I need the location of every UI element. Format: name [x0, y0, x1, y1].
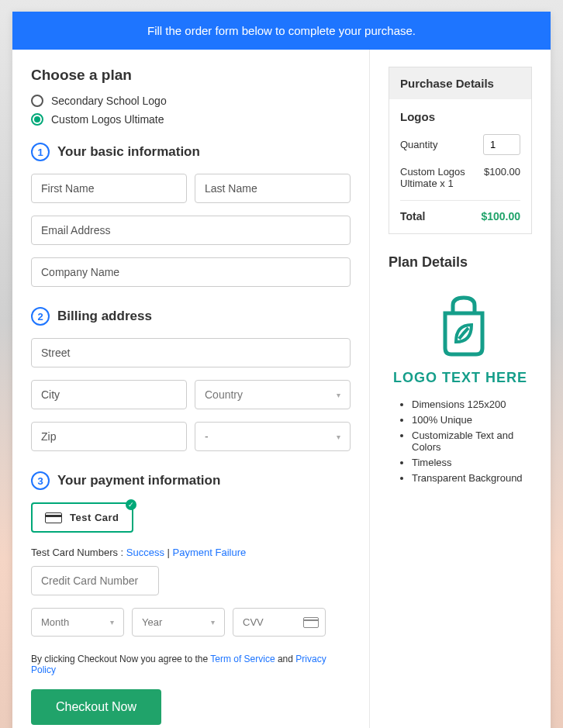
last-name-input[interactable] [195, 174, 351, 203]
chevron-down-icon: ▾ [211, 618, 215, 626]
payment-method-card[interactable]: ✓ Test Card [31, 502, 133, 533]
purchase-details-body: Logos Quantity Custom Logos Ultimate x 1… [389, 99, 531, 233]
terms-and: and [275, 654, 296, 664]
line-item: Custom Logos Ultimate x 1 $100.00 [400, 166, 520, 201]
step-number-icon: 1 [31, 143, 50, 161]
content-row: Choose a plan Secondary School Logo Cust… [12, 50, 551, 728]
quantity-label: Quantity [400, 139, 437, 150]
test-prefix: Test Card Numbers : [31, 547, 126, 558]
form-column: Choose a plan Secondary School Logo Cust… [12, 50, 370, 728]
street-input[interactable] [31, 338, 351, 367]
tos-link[interactable]: Term of Service [210, 654, 275, 664]
purchase-details-box: Purchase Details Logos Quantity Custom L… [389, 67, 532, 234]
chevron-down-icon: ▾ [337, 391, 340, 399]
feature-item: Customizable Text and Colors [412, 430, 532, 453]
logo-text: LOGO TEXT HERE [389, 370, 532, 386]
state-select[interactable]: - ▾ [195, 422, 351, 451]
cvv-field [233, 608, 326, 637]
total-row: Total $100.00 [400, 210, 520, 223]
step-3-title: Your payment information [57, 473, 220, 488]
company-input[interactable] [31, 257, 351, 287]
bag-leaf-icon [422, 286, 499, 364]
feature-item: Transparent Background [412, 472, 532, 484]
card-label: Test Card [70, 512, 119, 523]
country-label: Country [205, 388, 243, 401]
line-item-name: Custom Logos Ultimate x 1 [400, 166, 484, 189]
step-2-head: 2 Billing address [31, 307, 351, 326]
year-label: Year [142, 616, 162, 628]
step-2-title: Billing address [57, 309, 152, 324]
cvv-input[interactable] [233, 609, 288, 636]
sep: | [164, 547, 173, 558]
step-3-head: 3 Your payment information [31, 471, 351, 490]
failure-link[interactable]: Payment Failure [173, 547, 247, 558]
chevron-down-icon: ▾ [110, 618, 114, 626]
total-label: Total [400, 210, 425, 223]
plan-option-label: Custom Logos Ultimate [51, 113, 164, 126]
logo-preview: LOGO TEXT HERE [389, 286, 532, 386]
check-badge-icon: ✓ [126, 499, 136, 510]
chevron-down-icon: ▾ [337, 433, 340, 441]
step-number-icon: 3 [31, 471, 50, 490]
step-1-head: 1 Your basic information [31, 143, 351, 161]
radio-icon [31, 95, 43, 107]
feature-item: 100% Unique [412, 414, 532, 426]
zip-input[interactable] [31, 422, 187, 451]
cvv-card-icon [303, 617, 319, 628]
credit-card-input[interactable] [31, 566, 159, 595]
test-card-line: Test Card Numbers : Success | Payment Fa… [31, 547, 351, 558]
quantity-row: Quantity [400, 134, 520, 155]
expiry-year-select[interactable]: Year ▾ [132, 608, 225, 637]
city-input[interactable] [31, 380, 187, 409]
checkout-container: Fill the order form below to complete yo… [12, 12, 551, 728]
purchase-title: Logos [400, 110, 520, 123]
terms-prefix: By clicking Checkout Now you agree to th… [31, 654, 210, 664]
credit-card-icon [45, 512, 62, 523]
plan-details-title: Plan Details [389, 254, 532, 271]
purchase-details-head: Purchase Details [389, 67, 531, 99]
plan-radio-group: Secondary School Logo Custom Logos Ultim… [31, 95, 351, 126]
line-item-price: $100.00 [484, 166, 520, 189]
step-1-title: Your basic information [57, 144, 200, 160]
first-name-input[interactable] [31, 174, 187, 203]
banner: Fill the order form below to complete yo… [12, 12, 551, 50]
month-label: Month [41, 616, 69, 628]
total-value: $100.00 [481, 210, 520, 223]
plan-heading: Choose a plan [31, 67, 351, 84]
step-number-icon: 2 [31, 307, 50, 326]
checkout-button[interactable]: Checkout Now [31, 689, 161, 725]
feature-item: Dimensions 125x200 [412, 399, 532, 410]
plan-option-secondary[interactable]: Secondary School Logo [31, 95, 351, 107]
radio-icon-selected [31, 113, 43, 126]
state-label: - [205, 430, 209, 443]
plan-option-ultimate[interactable]: Custom Logos Ultimate [31, 113, 351, 126]
summary-column: Purchase Details Logos Quantity Custom L… [370, 50, 551, 728]
country-select[interactable]: Country ▾ [195, 380, 351, 409]
expiry-month-select[interactable]: Month ▾ [31, 608, 124, 637]
plan-option-label: Secondary School Logo [51, 95, 167, 107]
email-input[interactable] [31, 216, 351, 245]
terms-text: By clicking Checkout Now you agree to th… [31, 654, 351, 675]
feature-list: Dimensions 125x200 100% Unique Customiza… [389, 399, 532, 484]
quantity-input[interactable] [483, 134, 520, 155]
success-link[interactable]: Success [126, 547, 164, 558]
feature-item: Timeless [412, 457, 532, 468]
